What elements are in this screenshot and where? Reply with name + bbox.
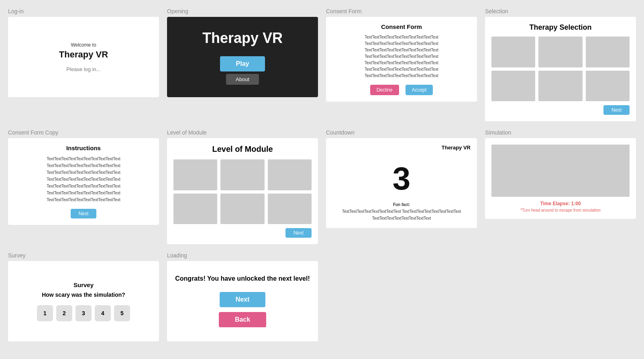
survey-options: 1 2 3 4 5	[37, 305, 130, 321]
opening-title: Therapy VR	[202, 30, 283, 47]
therapy-thumb-2[interactable]	[538, 37, 582, 67]
therapy-thumb-5[interactable]	[538, 71, 582, 102]
consent-form-label: Consent Form	[326, 8, 477, 14]
accept-button[interactable]: Accept	[406, 85, 433, 95]
play-button[interactable]: Play	[220, 56, 265, 71]
login-card: Welcome to Therapy VR Please log in...	[8, 17, 159, 97]
level-thumb-1[interactable]	[173, 159, 217, 190]
loading-next-button[interactable]: Next	[220, 292, 266, 307]
selection-card: Therapy Selection Next	[485, 17, 636, 121]
instructions-title: Instructions	[66, 145, 101, 151]
countdown-header: Therapy VR	[442, 145, 471, 151]
simulation-label: Simulation	[485, 129, 636, 136]
loading-label: Loading	[167, 252, 318, 259]
survey-option-1[interactable]: 1	[37, 305, 53, 321]
countdown-fun-fact: TextTextTextTextTextTextTextText TextTex…	[342, 209, 461, 220]
therapy-thumb-4[interactable]	[491, 71, 535, 102]
survey-label: Survey	[8, 252, 159, 259]
countdown-body: Fun fact: TextTextTextTextTextTextTextTe…	[332, 201, 471, 222]
countdown-card: Therapy VR 3 Fun fact: TextTextTextTextT…	[326, 138, 477, 228]
level-card: Level of Module Next	[167, 138, 318, 244]
loading-message: Congrats! You have unlocked the next lev…	[175, 275, 310, 282]
survey-title: Survey	[73, 281, 94, 288]
level-label: Level of Module	[167, 129, 318, 136]
selection-next-button[interactable]: Next	[603, 105, 630, 115]
decline-button[interactable]: Decline	[370, 85, 399, 95]
therapy-selection-title: Therapy Selection	[529, 23, 591, 32]
loading-back-button[interactable]: Back	[219, 312, 266, 327]
therapy-thumbnail-grid	[491, 37, 630, 101]
simulation-hint: *Turn head around to escape from simulat…	[520, 208, 601, 212]
consent-copy-card: Instructions TextTextTextTextTextTextTex…	[8, 138, 159, 225]
level-thumb-5[interactable]	[220, 194, 264, 224]
survey-option-3[interactable]: 3	[75, 305, 92, 321]
therapy-thumb-6[interactable]	[586, 71, 630, 102]
consent-copy-label: Consent Form Copy	[8, 129, 159, 136]
login-sub: Please log in...	[66, 66, 100, 72]
level-thumb-4[interactable]	[173, 194, 217, 224]
survey-option-4[interactable]: 4	[95, 305, 111, 321]
simulation-thumbnail	[491, 145, 630, 197]
selection-label: Selection	[485, 8, 636, 14]
consent-form-title: Consent Form	[381, 23, 422, 30]
simulation-card: Time Elapse: 1:00 *Turn head around to e…	[485, 138, 636, 219]
simulation-time: Time Elapse: 1:00	[540, 201, 581, 206]
level-thumb-6[interactable]	[268, 194, 312, 224]
level-thumbnail-grid	[173, 159, 312, 224]
loading-card: Congrats! You have unlocked the next lev…	[167, 261, 318, 341]
instructions-body: TextTextTextTextTextTextTextTextTextText…	[14, 155, 153, 203]
survey-question: How scary was the simulation?	[42, 292, 125, 298]
survey-option-5[interactable]: 5	[114, 305, 130, 321]
login-welcome: Welcome to	[71, 42, 96, 48]
level-title: Level of Module	[212, 145, 273, 154]
countdown-number: 3	[393, 163, 411, 195]
login-title: Therapy VR	[59, 49, 108, 60]
therapy-thumb-1[interactable]	[491, 37, 535, 67]
consent-form-body: TextTextTextTextTextTextTextTextTextText…	[332, 34, 471, 79]
consent-form-card: Consent Form TextTextTextTextTextTextTex…	[326, 17, 477, 102]
opening-card: Therapy VR Play About	[167, 17, 318, 97]
countdown-label: Countdown	[326, 129, 477, 136]
opening-label: Opening	[167, 8, 318, 14]
instructions-next-button[interactable]: Next	[71, 209, 97, 218]
login-label: Log-in	[8, 8, 159, 14]
level-next-button[interactable]: Next	[285, 228, 312, 238]
survey-option-2[interactable]: 2	[56, 305, 72, 321]
therapy-thumb-3[interactable]	[586, 37, 630, 67]
survey-card: Survey How scary was the simulation? 1 2…	[8, 261, 159, 341]
level-thumb-3[interactable]	[268, 159, 312, 190]
about-button[interactable]: About	[226, 74, 259, 85]
fun-fact-label: Fun fact:	[393, 202, 410, 207]
level-thumb-2[interactable]	[220, 159, 264, 190]
